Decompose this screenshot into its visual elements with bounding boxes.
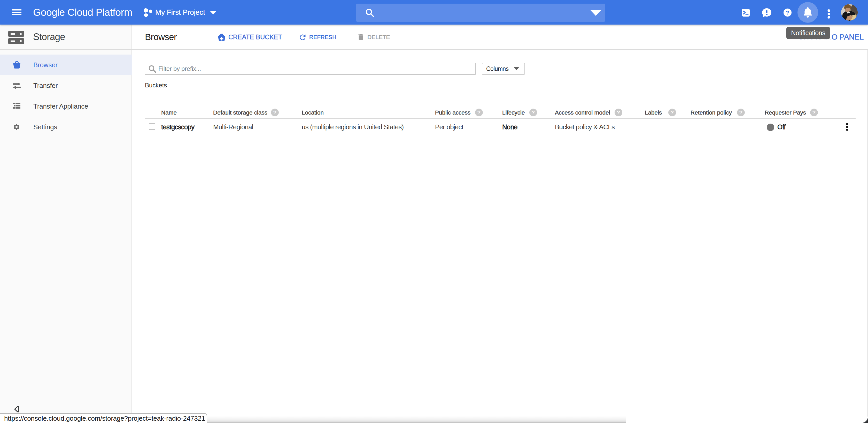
svg-text:?: ? [786, 9, 789, 16]
